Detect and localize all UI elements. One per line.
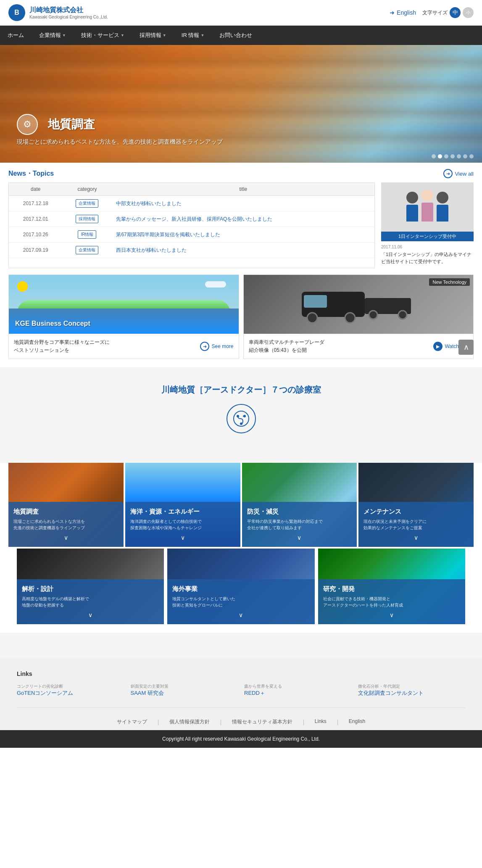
news-link[interactable]: 先輩からのメッセージ、新入社員研修、採用FAQを公開いたしました bbox=[116, 216, 272, 222]
font-size-small-button[interactable]: 小 bbox=[463, 7, 474, 18]
logo-initial: B bbox=[14, 9, 19, 16]
news-date: 2017.12.01 bbox=[9, 211, 63, 227]
hero-dot[interactable] bbox=[450, 154, 455, 158]
hero-dot[interactable] bbox=[457, 154, 461, 158]
footer-english-link[interactable]: English bbox=[349, 718, 365, 726]
see-more-icon: ➜ bbox=[200, 342, 209, 351]
hero-dot[interactable] bbox=[432, 154, 436, 158]
view-all-link[interactable]: ➜ View all bbox=[443, 169, 474, 178]
footer-link-main-1[interactable]: SAAM 研究会 bbox=[131, 689, 238, 697]
news-date: 2017.12.18 bbox=[9, 196, 63, 211]
news-link[interactable]: 中部支社が移転いたしました bbox=[116, 201, 182, 206]
footer-links-title: Links bbox=[17, 670, 465, 677]
logo-area: B 川崎地質株式会社 Kawasaki Geological Engineeri… bbox=[8, 4, 108, 21]
footer-sitemap-link[interactable]: サイトマップ bbox=[117, 718, 147, 726]
nav-ir[interactable]: IR 情報 ▼ bbox=[174, 26, 212, 45]
hero-dots bbox=[432, 154, 474, 158]
footer-privacy-link[interactable]: 個人情報保護方針 bbox=[169, 718, 210, 726]
vehicle-description: 車両牽引式マルチチャープレーダ 紹介映像（05:43）を公開 bbox=[249, 338, 324, 354]
hero-dot[interactable] bbox=[463, 154, 467, 158]
svg-point-10 bbox=[237, 415, 239, 417]
news-title-cell: 西日本支社が移転いたしました bbox=[112, 243, 374, 258]
nav-technology[interactable]: 技術・サービス ▼ bbox=[74, 26, 132, 45]
font-size-area: 文字サイズ 中 小 bbox=[422, 7, 474, 18]
footer-link-main-3[interactable]: 文化財調査コンサルタント bbox=[358, 689, 466, 697]
view-all-label: View all bbox=[455, 171, 474, 177]
news-content: date category title 2017.12.18 企業情報 中部支社… bbox=[8, 182, 474, 268]
news-side-image: 1日インターンシップ受付中 bbox=[381, 182, 474, 241]
footer-link-main-0[interactable]: GoTENコンソーシアム bbox=[17, 689, 124, 697]
service-geology-overlay: 地質調査 現場ごとに求められるベストな方法を先進の技術と調査機器をラインアップ … bbox=[8, 502, 124, 547]
nav-arrow-icon: ▼ bbox=[163, 33, 166, 37]
service-ocean-title: 海洋・資源・エネルギー bbox=[130, 508, 235, 516]
news-table-wrap: date category title 2017.12.18 企業情報 中部支社… bbox=[8, 182, 375, 268]
header-right: ➜ English 文字サイズ 中 小 bbox=[390, 7, 474, 18]
spacer bbox=[0, 633, 482, 658]
hero-dot-active[interactable] bbox=[438, 154, 442, 158]
font-size-medium-button[interactable]: 中 bbox=[450, 7, 461, 18]
hero-icon: ⚙ bbox=[17, 114, 38, 135]
news-title: News・Topics bbox=[8, 169, 54, 178]
new-tech-banner-card: New Technology bbox=[243, 274, 474, 359]
news-link[interactable]: 第67期第3四半期決算短信を掲載いたしました bbox=[116, 232, 220, 237]
service-grid-top: 地質調査 現場ごとに求められるベストな方法を先進の技術と調査機器をラインアップ … bbox=[8, 463, 474, 547]
logo-icon: B bbox=[8, 4, 25, 21]
service-analysis-title: 解析・設計 bbox=[22, 585, 159, 593]
language-button[interactable]: ➜ English bbox=[390, 9, 416, 16]
nav-recruitment[interactable]: 採用情報 ▼ bbox=[132, 26, 174, 45]
watch-play-icon: ▶ bbox=[433, 342, 442, 351]
font-size-label: 文字サイズ bbox=[422, 9, 448, 16]
footer-links-link[interactable]: Links bbox=[315, 718, 327, 726]
service-ocean-overlay: 海洋・資源・エネルギー 海洋調査の先駆者としての独自技術で探査困難な水域や深海へ… bbox=[125, 502, 240, 547]
news-side-date: 2017.11.06 bbox=[381, 245, 474, 249]
hero-dot[interactable] bbox=[469, 154, 474, 158]
service-analysis-overlay: 解析・設計 高精度な地盤モデルの構築と解析で地盤の挙動を把握する ∨ bbox=[17, 579, 164, 624]
service-card-ocean[interactable]: 海洋・資源・エネルギー 海洋調査の先駆者としての独自技術で探査困難な水域や深海へ… bbox=[125, 463, 240, 547]
scroll-to-top-button[interactable]: ∧ bbox=[458, 340, 474, 355]
footer-bottom-links: サイトマップ ｜ 個人情報保護方針 ｜ 情報セキュリティ基本方針 ｜ Links… bbox=[17, 714, 465, 730]
service-card-disaster[interactable]: 防災・減災 平常時の防災事業から緊急時の対応まで全社が連携して取り組みます ∨ bbox=[242, 463, 357, 547]
footer-link-sub-3: 微化石分析・年代測定 bbox=[358, 683, 466, 689]
news-side-description: 「1日インターンシップ」の申込みをマイナビ当社サイトにて受付中です。 bbox=[381, 251, 474, 265]
news-side-text: 2017.11.06 「1日インターンシップ」の申込みをマイナビ当社サイトにて受… bbox=[381, 241, 474, 268]
banner-section: KGE Business Concept 地質調査分野をコア事業に様々なニーズに… bbox=[8, 274, 474, 359]
nav-contact[interactable]: お問い合わせ bbox=[212, 26, 260, 45]
service-card-geology[interactable]: 地質調査 現場ごとに求められるベストな方法を先進の技術と調査機器をラインアップ … bbox=[8, 463, 124, 547]
hero-subtitle: 現場ごとに求められるベストな方法を、先進の技術と調査機器をラインアップ bbox=[17, 138, 223, 146]
nav-arrow-icon: ▼ bbox=[62, 33, 66, 37]
news-title-cell: 中部支社が移転いたしました bbox=[112, 196, 374, 211]
service-disaster-title: 防災・減災 bbox=[247, 508, 352, 516]
footer-security-link[interactable]: 情報セキュリティ基本方針 bbox=[232, 718, 292, 726]
see-more-button[interactable]: ➜ See more bbox=[200, 342, 233, 351]
svg-point-3 bbox=[345, 313, 355, 323]
footer-link-main-2[interactable]: REDD＋ bbox=[244, 689, 352, 697]
footer-link-sub-2: 森から世界を変える bbox=[244, 683, 352, 689]
nav-home[interactable]: ホーム bbox=[0, 26, 32, 45]
service-card-maintenance[interactable]: メンテナンス 現在の状況と未来予測をクリアに効果的なメンテナンスをご提案 ∨ bbox=[358, 463, 474, 547]
news-link[interactable]: 西日本支社が移転いたしました bbox=[116, 247, 187, 253]
vehicle-banner-text: 車両牽引式マルチチャープレーダ 紹介映像（05:43）を公開 ▶ Watch v… bbox=[244, 334, 474, 359]
language-label: English bbox=[397, 9, 416, 16]
vehicle-desc-line2: 紹介映像（05:43）を公開 bbox=[249, 347, 307, 353]
kge-banner-card: KGE Business Concept 地質調査分野をコア事業に様々なニーズに… bbox=[8, 274, 239, 359]
service-card-analysis[interactable]: 解析・設計 高精度な地盤モデルの構築と解析で地盤の挙動を把握する ∨ bbox=[17, 549, 164, 624]
service-card-overseas[interactable]: 海外事業 地質コンサルタントとして磨いた技術と英知をグローバルに ∨ bbox=[167, 549, 314, 624]
footer-divider bbox=[17, 707, 465, 708]
service-research-arrow: ∨ bbox=[323, 612, 460, 618]
hero-dot[interactable] bbox=[444, 154, 448, 158]
kge-banner-text: 地質調査分野をコア事業に様々なニーズに ベストソリューションを ➜ See mo… bbox=[9, 334, 239, 359]
news-category: 企業情報 bbox=[63, 243, 112, 258]
service-disaster-arrow: ∨ bbox=[247, 534, 352, 541]
stethoscope-icon bbox=[233, 410, 250, 427]
table-row: 2017.10.26 IR情報 第67期第3四半期決算短信を掲載いたしました bbox=[9, 227, 374, 243]
service-geology-desc: 現場ごとに求められるベストな方法を先進の技術と調査機器をラインアップ bbox=[13, 518, 119, 531]
table-row: 2017.09.19 企業情報 西日本支社が移転いたしました bbox=[9, 243, 374, 258]
nav-company[interactable]: 企業情報 ▼ bbox=[32, 26, 74, 45]
service-disaster-overlay: 防災・減災 平常時の防災事業から緊急時の対応まで全社が連携して取り組みます ∨ bbox=[242, 502, 357, 547]
see-more-label: See more bbox=[211, 343, 233, 349]
kge-banner-image: KGE Business Concept bbox=[9, 275, 239, 334]
service-card-research[interactable]: 研究・開発 社会に貢献できる技術・機器開発とアースドクターのハートを持った人材育… bbox=[318, 549, 465, 624]
service-research-title: 研究・開発 bbox=[323, 585, 460, 593]
footer-links-grid: コンクリートの劣化診断 GoTENコンソーシアム 斜面安定の主要対策 SAAM … bbox=[17, 683, 465, 697]
footer-separator: ｜ bbox=[335, 718, 340, 726]
